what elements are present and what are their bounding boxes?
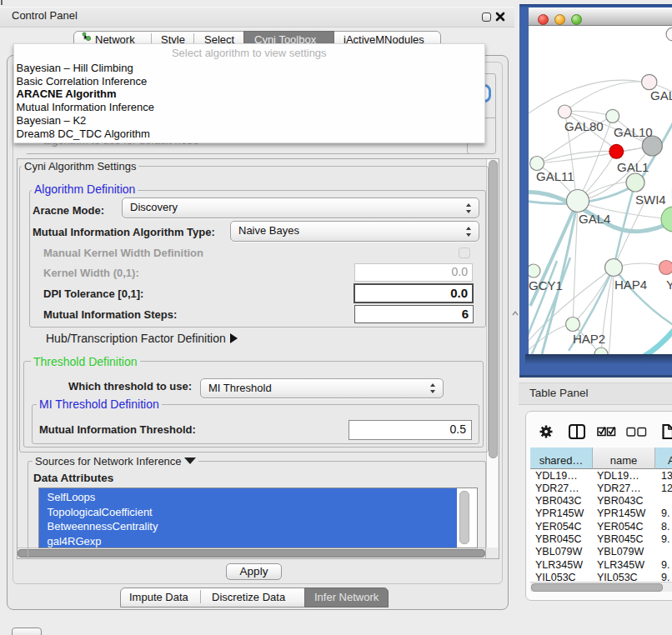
svg-text:Y: Y xyxy=(666,278,672,292)
svg-text:GAL80: GAL80 xyxy=(564,119,604,133)
svg-text:HAP2: HAP2 xyxy=(573,332,605,346)
svg-text:GAL4: GAL4 xyxy=(579,212,610,226)
svg-text:HAP4: HAP4 xyxy=(614,278,647,292)
svg-text:GAL7: GAL7 xyxy=(650,88,672,102)
svg-text:GAL10: GAL10 xyxy=(614,125,653,139)
svg-text:SWI4: SWI4 xyxy=(635,192,666,207)
svg-text:GCY1: GCY1 xyxy=(529,278,563,292)
svg-text:GAL1: GAL1 xyxy=(617,160,649,174)
svg-text:GAL11: GAL11 xyxy=(536,169,574,183)
